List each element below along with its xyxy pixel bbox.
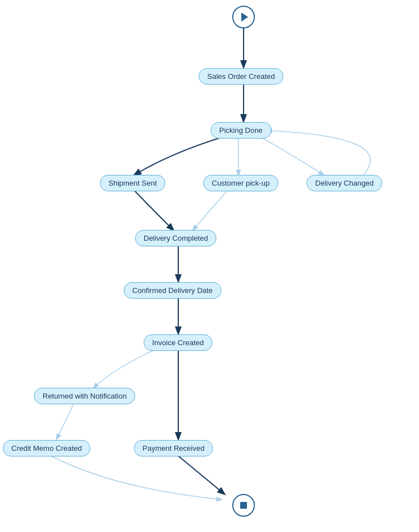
end-node [232, 494, 255, 517]
picking-done-node: Picking Done [211, 122, 271, 139]
end-icon [240, 502, 247, 509]
credit-memo-label: Credit Memo Created [11, 444, 82, 453]
confirmed-delivery-label: Confirmed Delivery Date [132, 286, 213, 295]
shipment-sent-node: Shipment Sent [100, 175, 165, 191]
start-icon [241, 12, 248, 22]
returned-notification-node: Returned with Notification [34, 388, 135, 404]
delivery-changed-node: Delivery Changed [307, 175, 382, 191]
sales-order-created-node: Sales Order Created [199, 68, 283, 85]
process-diagram: Sales Order Created Picking Done Shipmen… [0, 0, 419, 532]
svg-line-7 [178, 456, 224, 494]
payment-received-node: Payment Received [134, 440, 213, 456]
customer-pickup-label: Customer pick-up [212, 179, 270, 187]
invoice-created-label: Invoice Created [152, 338, 204, 347]
delivery-changed-label: Delivery Changed [315, 179, 374, 187]
picking-done-label: Picking Done [219, 126, 263, 135]
returned-notification-label: Returned with Notification [43, 392, 127, 400]
start-node [232, 6, 255, 28]
delivery-completed-node: Delivery Completed [135, 230, 216, 246]
svg-line-6 [57, 404, 74, 439]
confirmed-delivery-node: Confirmed Delivery Date [124, 282, 221, 299]
shipment-sent-label: Shipment Sent [108, 179, 157, 187]
payment-received-label: Payment Received [143, 444, 204, 453]
customer-pickup-node: Customer pick-up [203, 175, 278, 191]
invoice-created-node: Invoice Created [144, 334, 212, 351]
delivery-completed-label: Delivery Completed [144, 234, 208, 242]
sales-order-created-label: Sales Order Created [207, 72, 275, 81]
credit-memo-node: Credit Memo Created [3, 440, 90, 456]
